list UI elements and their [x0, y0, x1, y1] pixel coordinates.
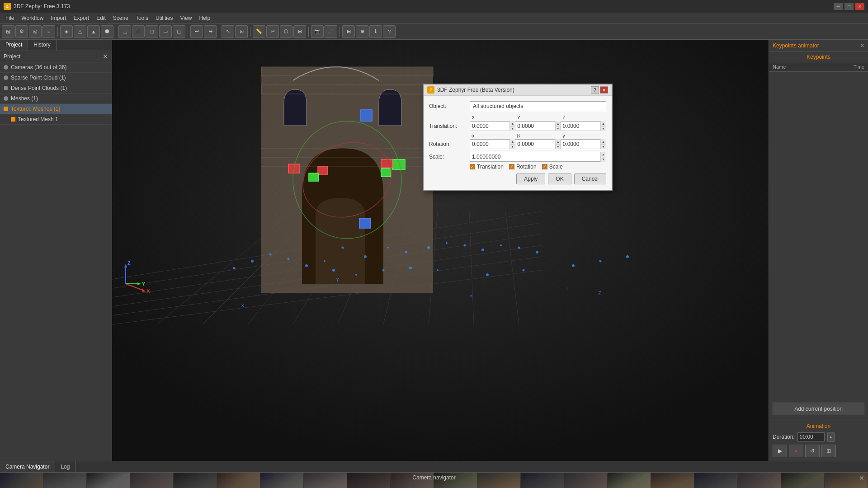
cam-thumb-8[interactable]	[304, 473, 347, 488]
cam-thumb-1[interactable]	[0, 473, 43, 488]
toolbar-btn-13[interactable]: ▢	[173, 25, 185, 38]
cam-thumb-9[interactable]	[347, 473, 391, 488]
dialog-help-btn[interactable]: ?	[591, 86, 599, 94]
cam-thumb-14[interactable]	[564, 473, 608, 488]
tab-project[interactable]: Project	[0, 40, 28, 51]
toolbar-btn-6[interactable]: △	[74, 25, 86, 38]
cam-thumb-18[interactable]	[738, 473, 781, 488]
cam-thumb-16[interactable]	[651, 473, 694, 488]
toolbar-btn-7[interactable]: ▲	[87, 25, 100, 38]
toolbar-btn-9[interactable]: ⬚	[118, 25, 131, 38]
panel-item-cameras[interactable]: Cameras (36 out of 36)	[0, 62, 112, 73]
toolbar-axis[interactable]: ⊕	[356, 25, 368, 38]
tab-log[interactable]: Log	[55, 461, 75, 472]
toolbar-lasso[interactable]: ⊡	[235, 25, 248, 38]
ty-spin-down[interactable]: ▼	[556, 127, 561, 131]
toolbar-btn-4[interactable]: ≡	[42, 25, 55, 38]
play-button[interactable]: ▶	[773, 445, 787, 457]
ry-spin-up[interactable]: ▲	[556, 139, 561, 145]
toolbar-btn-2[interactable]: ⚙	[15, 25, 28, 38]
scale-spin-down[interactable]: ▼	[601, 157, 606, 162]
rx-spin-up[interactable]: ▲	[510, 139, 515, 145]
cam-thumb-6[interactable]	[217, 473, 260, 488]
close-button[interactable]: ✕	[855, 3, 864, 10]
menu-scene[interactable]: Scene	[109, 14, 132, 22]
panel-item-textured[interactable]: Textured Meshes (1)	[0, 104, 112, 114]
menu-help[interactable]: Help	[195, 14, 214, 22]
panel-item-textured-mesh1[interactable]: Textured Mesh 1	[0, 114, 112, 125]
menu-utilities[interactable]: Utilities	[152, 14, 177, 22]
cam-thumb-15[interactable]	[608, 473, 651, 488]
toolbar-measure[interactable]: 📏	[253, 25, 265, 38]
toolbar-clip[interactable]: ✂	[266, 25, 279, 38]
tx-input[interactable]	[470, 122, 509, 131]
menu-view[interactable]: View	[177, 14, 196, 22]
transform-dialog[interactable]: Z 3DF Zephyr Free (Beta Version) ? ✕ Obj…	[423, 84, 613, 191]
menu-tools[interactable]: Tools	[132, 14, 152, 22]
toolbar-btn-10[interactable]: ⬛	[132, 25, 145, 38]
duration-input[interactable]	[797, 432, 825, 441]
tab-history[interactable]: History	[28, 40, 56, 51]
toolbar-select[interactable]: ↖	[222, 25, 234, 38]
cam-thumb-12[interactable]	[477, 473, 521, 488]
menu-export[interactable]: Export	[70, 14, 93, 22]
cb-rotation[interactable]: ✓ Rotation	[509, 164, 537, 170]
panel-close-btn[interactable]: ✕	[103, 53, 108, 60]
panel-item-sparse[interactable]: Sparse Point Cloud (1)	[0, 73, 112, 83]
toolbar-btn-5[interactable]: ◈	[60, 25, 73, 38]
toolbar-btn-8[interactable]: ⬟	[101, 25, 113, 38]
toolbar-btn-11[interactable]: ◻	[146, 25, 158, 38]
ok-button[interactable]: OK	[548, 174, 571, 184]
toolbar-cam[interactable]: 📷	[311, 25, 324, 38]
scale-spin-up[interactable]: ▲	[601, 152, 606, 157]
camera-nav-close-btn[interactable]: ✕	[859, 474, 864, 482]
toolbar-btn-1[interactable]: 🖫	[2, 25, 14, 38]
toolbar-filter[interactable]: ⊞	[293, 25, 306, 38]
toolbar-btn-12[interactable]: ▭	[159, 25, 172, 38]
minimize-button[interactable]: ─	[834, 3, 843, 10]
panel-item-meshes[interactable]: Meshes (1)	[0, 94, 112, 104]
ry-input[interactable]	[515, 140, 555, 149]
record-button[interactable]: ●	[789, 445, 803, 457]
cam-thumb-2[interactable]	[43, 473, 87, 488]
menu-import[interactable]: Import	[47, 14, 70, 22]
ty-input[interactable]	[515, 122, 555, 131]
apply-button[interactable]: Apply	[516, 174, 545, 184]
toolbar-info[interactable]: ℹ	[369, 25, 382, 38]
toolbar-help[interactable]: ?	[383, 25, 396, 38]
cb-scale[interactable]: ✓ Scale	[542, 164, 563, 170]
tx-spin-up[interactable]: ▲	[510, 121, 515, 127]
rz-spin-up[interactable]: ▲	[601, 139, 606, 145]
keypoints-close-btn[interactable]: ✕	[860, 42, 864, 49]
dialog-close-btn[interactable]: ✕	[600, 86, 608, 94]
toolbar-cam2[interactable]: 🎥	[325, 25, 337, 38]
menu-file[interactable]: File	[2, 14, 18, 22]
loop-button[interactable]: ↺	[805, 445, 820, 457]
menu-workflow[interactable]: Workflow	[18, 14, 47, 22]
cam-thumb-4[interactable]	[130, 473, 174, 488]
cam-thumb-17[interactable]	[694, 473, 738, 488]
rz-input[interactable]	[561, 140, 600, 149]
add-current-position-button[interactable]: Add current position	[773, 403, 864, 415]
toolbar-bbox[interactable]: ⬡	[280, 25, 292, 38]
tz-spin-down[interactable]: ▼	[601, 127, 606, 131]
tab-camera-navigator[interactable]: Camera Navigator	[0, 461, 55, 472]
toolbar-grid[interactable]: ⊞	[342, 25, 355, 38]
ty-spin-up[interactable]: ▲	[556, 121, 561, 127]
toolbar-undo[interactable]: ↩	[190, 25, 203, 38]
menu-edit[interactable]: Edit	[93, 14, 109, 22]
duration-spin-up[interactable]: ▲	[827, 432, 835, 442]
tz-input[interactable]	[561, 122, 600, 131]
object-input[interactable]	[470, 101, 606, 111]
cb-translation[interactable]: ✓ Translation	[470, 164, 504, 170]
toolbar-btn-3[interactable]: ◎	[29, 25, 42, 38]
cam-thumb-3[interactable]	[87, 473, 130, 488]
cam-thumb-7[interactable]	[260, 473, 304, 488]
toolbar-redo[interactable]: ↪	[204, 25, 217, 38]
tz-spin-up[interactable]: ▲	[601, 121, 606, 127]
panel-item-dense[interactable]: Dense Point Clouds (1)	[0, 83, 112, 94]
rx-input[interactable]	[470, 140, 509, 149]
cam-thumb-5[interactable]	[174, 473, 217, 488]
cam-thumb-19[interactable]	[781, 473, 825, 488]
keyframe-button[interactable]: ⊞	[821, 445, 836, 457]
